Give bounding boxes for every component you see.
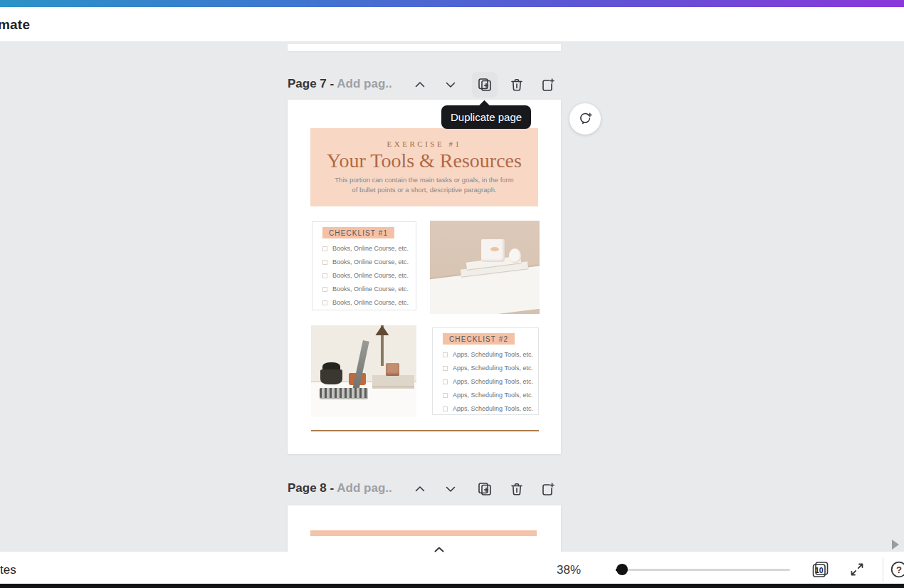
zoom-slider[interactable] bbox=[616, 569, 790, 571]
exercise-subtitle-line1[interactable]: This portion can contain the main tasks … bbox=[310, 175, 538, 184]
checkbox-icon[interactable] bbox=[443, 352, 448, 357]
list-item[interactable]: Apps, Scheduling Tools, etc. bbox=[443, 405, 538, 412]
checklist2-item-text: Apps, Scheduling Tools, etc. bbox=[453, 351, 533, 358]
checklist1-items: Books, Online Course, etc. Books, Online… bbox=[322, 245, 416, 306]
trash-icon bbox=[508, 76, 525, 93]
divider-rule[interactable] bbox=[311, 430, 539, 431]
checklist2-item-text: Apps, Scheduling Tools, etc. bbox=[453, 392, 533, 399]
lamp-shade-shape bbox=[375, 325, 389, 335]
bottom-black-strip bbox=[0, 584, 904, 588]
add-page-icon bbox=[539, 481, 556, 498]
checklist1-item-text: Books, Online Course, etc. bbox=[332, 299, 409, 306]
page8-delete-button[interactable] bbox=[508, 481, 525, 498]
page8-add-page-button[interactable] bbox=[539, 481, 556, 498]
scroll-right-arrow-icon[interactable] bbox=[892, 540, 899, 550]
checklist1-item-text: Books, Online Course, etc. bbox=[332, 272, 409, 279]
checklist2-label[interactable]: CHECKLIST #2 bbox=[443, 333, 515, 345]
list-item[interactable]: Books, Online Course, etc. bbox=[322, 245, 416, 252]
fullscreen-button[interactable] bbox=[847, 560, 867, 579]
svg-text:10: 10 bbox=[815, 566, 824, 574]
checkbox-icon[interactable] bbox=[443, 366, 448, 371]
expand-arrows-icon bbox=[848, 560, 866, 579]
checklist2-item-text: Apps, Scheduling Tools, etc. bbox=[453, 378, 533, 385]
list-item[interactable]: Apps, Scheduling Tools, etc. bbox=[443, 378, 538, 385]
list-item[interactable]: Books, Online Course, etc. bbox=[322, 258, 416, 266]
checkbox-icon[interactable] bbox=[322, 260, 327, 265]
page8-move-down-button[interactable] bbox=[442, 481, 459, 498]
coffee-pot-shape bbox=[320, 369, 342, 384]
glass-shape bbox=[386, 363, 399, 376]
laptop-keyboard-shape bbox=[320, 388, 368, 398]
add-comment-button[interactable] bbox=[569, 103, 601, 135]
top-toolbar bbox=[0, 7, 904, 41]
checklist1-item-text: Books, Online Course, etc. bbox=[332, 258, 409, 266]
checklist1-item-text: Books, Online Course, etc. bbox=[332, 245, 409, 252]
checkbox-icon[interactable] bbox=[443, 393, 448, 398]
top-gradient-bar bbox=[0, 0, 904, 7]
page7-delete-button[interactable] bbox=[508, 76, 525, 93]
chevron-down-icon bbox=[442, 76, 459, 93]
chevron-up-icon bbox=[411, 481, 429, 498]
duplicate-page-icon bbox=[476, 481, 493, 498]
page7-add-page-button[interactable] bbox=[539, 76, 556, 93]
list-item[interactable]: Apps, Scheduling Tools, etc. bbox=[443, 351, 538, 358]
page8-label: Page 8 - bbox=[288, 481, 334, 495]
checklist2-box[interactable]: CHECKLIST #2 Apps, Scheduling Tools, etc… bbox=[432, 327, 539, 415]
page8-title-placeholder[interactable]: Add pag.. bbox=[337, 481, 391, 495]
chevron-up-icon bbox=[411, 76, 429, 93]
list-item[interactable]: Books, Online Course, etc. bbox=[322, 272, 416, 279]
photo-laptop-desk[interactable] bbox=[311, 325, 416, 417]
page7-duplicate-button[interactable] bbox=[472, 72, 498, 98]
checkbox-icon[interactable] bbox=[322, 300, 327, 305]
list-item[interactable]: Books, Online Course, etc. bbox=[322, 285, 416, 293]
design-title[interactable]: mate bbox=[0, 17, 30, 33]
checkbox-icon[interactable] bbox=[443, 406, 448, 411]
checkbox-icon[interactable] bbox=[322, 273, 327, 278]
page-manager-button[interactable]: 10 bbox=[809, 558, 832, 581]
page6-bottom-edge[interactable] bbox=[288, 44, 561, 51]
exercise-title[interactable]: Your Tools & Resources bbox=[310, 149, 538, 172]
list-item[interactable]: Apps, Scheduling Tools, etc. bbox=[443, 392, 538, 399]
page7-title-placeholder[interactable]: Add pag.. bbox=[337, 77, 391, 90]
checkbox-icon[interactable] bbox=[322, 246, 327, 251]
list-item[interactable]: Apps, Scheduling Tools, etc. bbox=[443, 364, 538, 372]
page7-move-up-button[interactable] bbox=[411, 76, 429, 93]
page7-canvas[interactable]: EXERCISE #1 Your Tools & Resources This … bbox=[288, 100, 561, 454]
page8-header-title[interactable]: Page 8 - Add pag.. bbox=[288, 481, 392, 495]
help-icon: ? bbox=[889, 560, 904, 579]
checklist2-items: Apps, Scheduling Tools, etc. Apps, Sched… bbox=[443, 351, 538, 412]
exercise-subtitle-line2[interactable]: of bullet points or a short, descriptive… bbox=[310, 185, 538, 194]
trash-icon bbox=[508, 481, 525, 498]
page8-duplicate-button[interactable] bbox=[476, 481, 493, 498]
zoom-slider-knob[interactable] bbox=[616, 564, 628, 575]
books-stack-shape bbox=[372, 375, 414, 386]
page8-move-up-button[interactable] bbox=[411, 481, 429, 498]
checklist1-box[interactable]: CHECKLIST #1 Books, Online Course, etc. … bbox=[312, 221, 416, 310]
page8-peach-block-top[interactable] bbox=[310, 530, 537, 536]
chevron-down-icon bbox=[442, 481, 459, 498]
checkbox-icon[interactable] bbox=[322, 287, 327, 292]
svg-text:?: ? bbox=[896, 565, 902, 575]
duplicate-page-tooltip: Duplicate page bbox=[441, 105, 531, 129]
duplicate-page-icon bbox=[476, 76, 493, 93]
add-comment-icon bbox=[577, 110, 594, 127]
checklist1-label[interactable]: CHECKLIST #1 bbox=[322, 227, 394, 238]
help-button[interactable]: ? bbox=[889, 560, 904, 579]
page7-move-down-button[interactable] bbox=[442, 76, 459, 93]
vase-shape bbox=[509, 248, 521, 263]
exercise-kicker[interactable]: EXERCISE #1 bbox=[310, 140, 538, 148]
list-item[interactable]: Books, Online Course, etc. bbox=[322, 299, 416, 306]
status-bar bbox=[0, 552, 904, 584]
exercise-header-block[interactable]: EXERCISE #1 Your Tools & Resources This … bbox=[310, 128, 538, 206]
statusbar-divider bbox=[883, 557, 883, 582]
notes-button[interactable]: tes bbox=[0, 563, 16, 577]
photo-books-and-cup[interactable] bbox=[430, 221, 540, 314]
checkbox-icon[interactable] bbox=[443, 379, 448, 384]
pages-count-icon: 10 bbox=[811, 560, 831, 579]
page7-label: Page 7 - bbox=[288, 77, 334, 90]
collapse-chevron-up-icon[interactable] bbox=[431, 542, 447, 558]
zoom-percentage: 38% bbox=[557, 563, 581, 577]
checklist2-item-text: Apps, Scheduling Tools, etc. bbox=[453, 405, 533, 412]
page7-header-title[interactable]: Page 7 - Add pag.. bbox=[288, 77, 392, 91]
checklist1-item-text: Books, Online Course, etc. bbox=[332, 285, 409, 293]
